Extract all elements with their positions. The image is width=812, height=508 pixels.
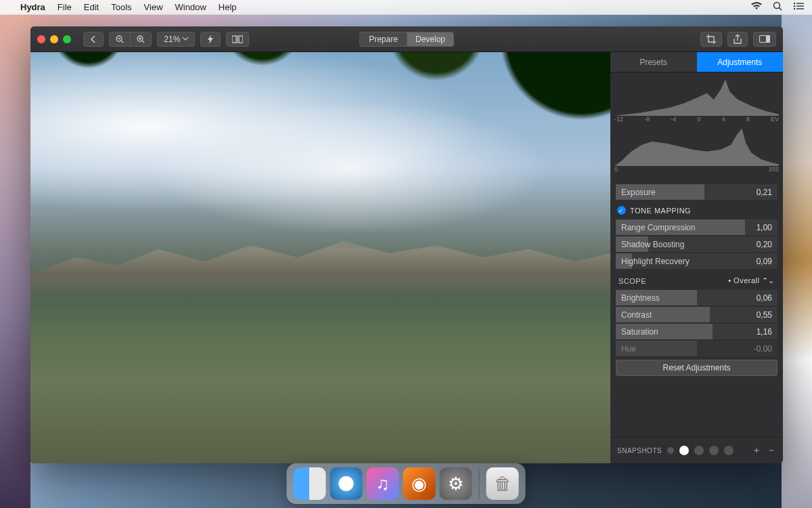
- snapshot-remove-button[interactable]: －: [767, 444, 776, 457]
- photo-preview: [30, 52, 610, 463]
- share-button[interactable]: [727, 32, 748, 47]
- luminance-histogram: [614, 125, 779, 166]
- mode-segmented-control: Prepare Develop: [359, 32, 454, 47]
- svg-rect-15: [232, 36, 236, 43]
- snapshots-title: SNAPSHOTS: [617, 447, 662, 454]
- menubar-item-view[interactable]: View: [144, 2, 163, 12]
- desktop-wallpaper-left: [0, 15, 30, 508]
- dock-separator: [479, 470, 480, 500]
- ev-axis-labels: -12-8-4048EV: [610, 116, 783, 123]
- svg-point-2: [794, 3, 795, 4]
- zoom-controls: [109, 32, 152, 47]
- snapshot-dot-2[interactable]: [679, 446, 689, 455]
- snapshot-add-button[interactable]: ＋: [752, 444, 761, 457]
- menubar-app-name[interactable]: Hydra: [20, 2, 45, 12]
- window-traffic-lights: [37, 35, 71, 43]
- slider-value: 0,21: [757, 188, 777, 197]
- zoom-level-dropdown[interactable]: 21%: [157, 32, 195, 47]
- mode-prepare-tab[interactable]: Prepare: [359, 32, 407, 47]
- menubar-item-window[interactable]: Window: [175, 2, 206, 12]
- dock-app-hydra[interactable]: ◉: [403, 467, 436, 500]
- svg-point-4: [794, 5, 795, 7]
- slider-shadow-boosting[interactable]: Shadow Boosting0,20: [616, 236, 777, 252]
- zoom-in-button[interactable]: [130, 32, 152, 47]
- svg-point-6: [794, 8, 795, 9]
- image-canvas[interactable]: [30, 52, 610, 463]
- dock-app-safari[interactable]: [330, 467, 363, 500]
- compare-button[interactable]: [226, 32, 249, 47]
- spotlight-icon[interactable]: [773, 1, 782, 13]
- snapshots-bar: SNAPSHOTS ＋ －: [610, 437, 783, 463]
- svg-marker-20: [614, 79, 779, 116]
- svg-rect-16: [239, 36, 243, 43]
- menubar-item-tools[interactable]: Tools: [111, 2, 131, 12]
- slider-contrast[interactable]: Contrast0,55: [616, 307, 777, 322]
- dock-app-settings[interactable]: ⚙: [440, 467, 472, 500]
- menubar-item-help[interactable]: Help: [219, 2, 237, 12]
- macos-menubar: Hydra File Edit Tools View Window Help: [0, 0, 812, 15]
- scope-selector: SCOPE • Overall ⌃⌄: [610, 270, 783, 289]
- slider-highlight-recovery[interactable]: Highlight Recovery0,09: [616, 253, 777, 269]
- tone-mapping-toggle[interactable]: ✓: [617, 206, 626, 215]
- svg-rect-7: [796, 8, 804, 9]
- svg-point-0: [774, 3, 780, 9]
- slider-exposure[interactable]: Exposure 0,21: [616, 184, 777, 200]
- svg-line-12: [142, 41, 144, 43]
- section-title: TONE MAPPING: [630, 207, 691, 215]
- svg-rect-19: [766, 36, 770, 43]
- app-window: 21% Prepare Develop Presets Adjustments …: [30, 26, 783, 463]
- svg-rect-5: [796, 5, 804, 6]
- close-button[interactable]: [37, 35, 45, 43]
- dock-app-music[interactable]: ♫: [367, 467, 399, 500]
- adjustments-sidebar: Presets Adjustments -12-8-4048EV 0255 Ex…: [610, 52, 783, 463]
- dock-app-finder[interactable]: [294, 467, 326, 500]
- mode-develop-tab[interactable]: Develop: [407, 32, 454, 47]
- slider-range-compression[interactable]: Range Compression1,00: [616, 219, 777, 235]
- slider-label: Exposure: [616, 188, 757, 197]
- svg-line-9: [121, 41, 123, 43]
- tab-presets[interactable]: Presets: [610, 52, 697, 72]
- zoom-level-label: 21%: [164, 35, 180, 44]
- dock-trash[interactable]: 🗑: [487, 467, 519, 500]
- crop-button[interactable]: [700, 32, 722, 47]
- zoom-out-button[interactable]: [109, 32, 130, 47]
- back-button[interactable]: [83, 32, 104, 47]
- lum-axis-labels: 0255: [610, 166, 783, 173]
- wifi-icon[interactable]: [751, 2, 762, 12]
- scope-title: SCOPE: [618, 277, 646, 285]
- svg-line-1: [780, 8, 782, 11]
- slider-hue[interactable]: Hue-0,00: [616, 341, 777, 356]
- snapshot-dot-3[interactable]: [694, 446, 704, 455]
- snapshot-dot-5[interactable]: [724, 446, 734, 455]
- window-titlebar: 21% Prepare Develop: [30, 26, 783, 52]
- toggle-sidebar-button[interactable]: [753, 32, 776, 47]
- zoom-button[interactable]: [63, 35, 71, 43]
- menubar-item-file[interactable]: File: [58, 2, 72, 12]
- svg-rect-3: [796, 3, 804, 3]
- desktop-wallpaper-right: [782, 15, 812, 508]
- menu-extras-icon[interactable]: [793, 2, 804, 12]
- macos-dock: ♫ ◉ ⚙ 🗑: [287, 463, 526, 504]
- ev-histogram: [614, 75, 779, 116]
- snapshot-dot-4[interactable]: [709, 446, 719, 455]
- tab-adjustments[interactable]: Adjustments: [697, 52, 784, 72]
- process-button[interactable]: [200, 32, 221, 47]
- menubar-item-edit[interactable]: Edit: [84, 2, 99, 12]
- slider-saturation[interactable]: Saturation1,16: [616, 324, 777, 339]
- section-tone-mapping: ✓ TONE MAPPING: [610, 200, 783, 219]
- nav-back-forward: [83, 32, 104, 47]
- reset-adjustments-button[interactable]: Reset Adjustments: [616, 360, 777, 376]
- minimize-button[interactable]: [50, 35, 58, 43]
- svg-marker-21: [614, 129, 779, 166]
- snapshot-dot-1[interactable]: [667, 447, 674, 454]
- slider-brightness[interactable]: Brightness0,06: [616, 290, 777, 305]
- scope-dropdown[interactable]: • Overall ⌃⌄: [728, 276, 775, 285]
